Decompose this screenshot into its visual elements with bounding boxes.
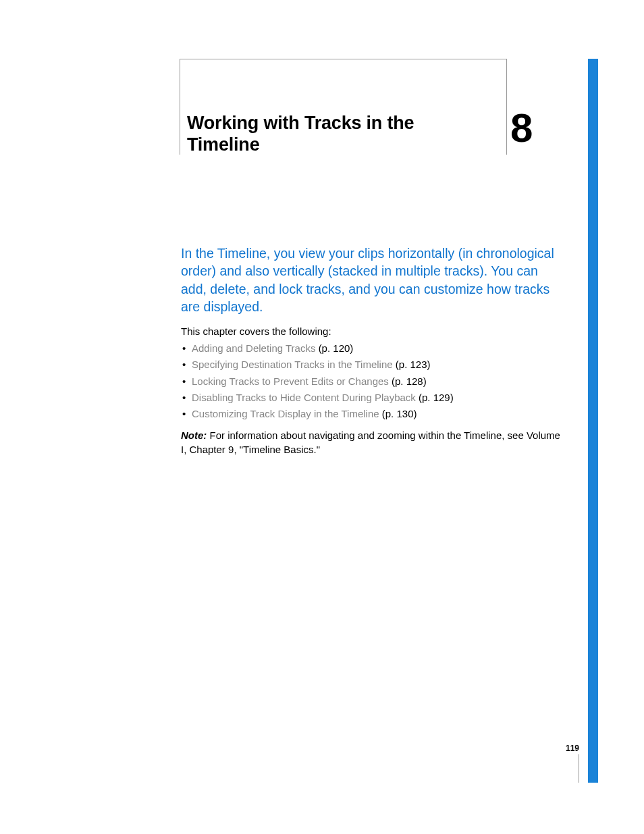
toc-page-ref: (p. 123) — [396, 359, 431, 370]
toc-page-ref: (p. 129) — [419, 392, 454, 403]
note-label: Note: — [181, 429, 207, 441]
toc-page-ref: (p. 120) — [319, 342, 354, 354]
toc-link[interactable]: Locking Tracks to Prevent Edits or Chang… — [192, 375, 389, 387]
toc-link[interactable]: Disabling Tracks to Hide Content During … — [192, 392, 416, 403]
list-item: Locking Tracks to Prevent Edits or Chang… — [181, 373, 566, 390]
footer-divider — [579, 754, 579, 783]
note-paragraph: Note: For information about navigating a… — [181, 428, 566, 457]
chapter-title: Working with Tracks in the Timeline — [187, 112, 437, 156]
toc-page-ref: (p. 128) — [392, 375, 427, 387]
toc-page-ref: (p. 130) — [382, 408, 417, 419]
covers-label: This chapter covers the following: — [181, 325, 566, 337]
list-item: Disabling Tracks to Hide Content During … — [181, 390, 566, 406]
title-left-divider — [180, 59, 180, 155]
top-divider — [180, 59, 506, 59]
document-page: Working with Tracks in the Timeline 8 In… — [0, 0, 644, 834]
chapter-number: 8 — [510, 105, 531, 151]
title-right-divider — [506, 59, 507, 155]
toc-link[interactable]: Customizing Track Display in the Timelin… — [192, 408, 379, 419]
list-item: Customizing Track Display in the Timelin… — [181, 406, 566, 422]
list-item: Adding and Deleting Tracks (p. 120) — [181, 340, 566, 357]
toc-link[interactable]: Adding and Deleting Tracks — [192, 342, 315, 354]
list-item: Specifying Destination Tracks in the Tim… — [181, 357, 566, 373]
section-tab — [588, 59, 598, 783]
note-text: For information about navigating and zoo… — [181, 429, 560, 455]
table-of-contents: Adding and Deleting Tracks (p. 120) Spec… — [181, 340, 566, 422]
toc-link[interactable]: Specifying Destination Tracks in the Tim… — [192, 359, 393, 370]
page-number: 119 — [566, 744, 579, 753]
intro-paragraph: In the Timeline, you view your clips hor… — [181, 244, 566, 315]
